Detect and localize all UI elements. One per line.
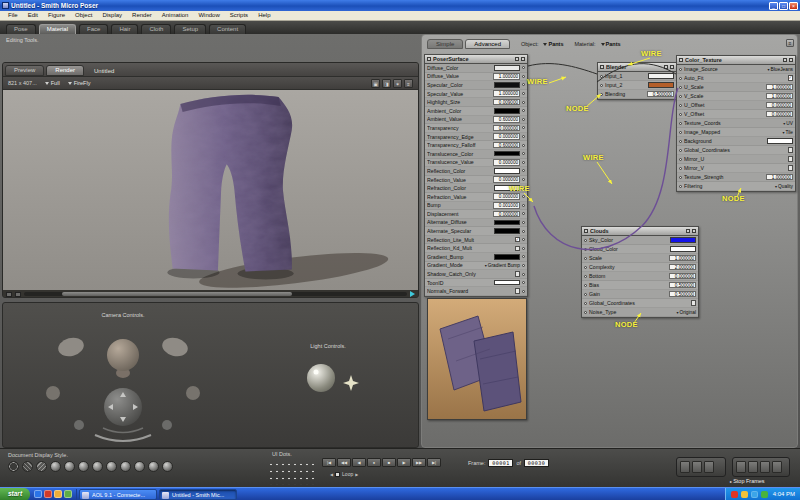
menu-item[interactable]: Window bbox=[193, 11, 224, 20]
surface-property-row[interactable]: Refraction_Value 0.000000 0.000000 bbox=[425, 193, 527, 202]
transport-button[interactable]: ■ bbox=[382, 458, 396, 467]
surface-property-row[interactable]: Reflection_Kd_Mult bbox=[425, 244, 527, 253]
checkbox[interactable] bbox=[788, 147, 794, 153]
plug-icon[interactable] bbox=[584, 266, 587, 269]
plug-icon[interactable] bbox=[522, 281, 525, 284]
plug-icon[interactable] bbox=[522, 247, 525, 250]
surface-property-row[interactable]: Specular_Value 1.000000 1.000000 bbox=[425, 90, 527, 99]
dropdown-value[interactable]: Tile bbox=[782, 130, 793, 135]
plug-icon[interactable] bbox=[522, 118, 525, 121]
checkbox[interactable] bbox=[691, 300, 697, 306]
node-property-row[interactable]: Auto_Fit bbox=[677, 74, 795, 83]
checkbox[interactable] bbox=[788, 165, 794, 171]
menu-item[interactable]: Figure bbox=[43, 11, 70, 20]
surface-property-row[interactable]: Diffuse_Value 1.000000 1.000000 bbox=[425, 73, 527, 82]
plug-icon[interactable] bbox=[679, 104, 682, 107]
dropdown-value[interactable]: Quality bbox=[775, 184, 793, 189]
ui-dots-grid[interactable] bbox=[266, 459, 318, 485]
poser-surface-header[interactable]: PoserSurface bbox=[425, 55, 527, 64]
value-field[interactable]: 1.000000 bbox=[766, 174, 793, 181]
checkbox[interactable] bbox=[515, 288, 521, 294]
room-tab[interactable]: Face bbox=[79, 24, 108, 34]
node-collapse-icon[interactable] bbox=[664, 65, 668, 69]
node-property-row[interactable]: Complexity 2.000000 2.000000 bbox=[582, 263, 698, 272]
plug-icon[interactable] bbox=[679, 122, 682, 125]
node-property-row[interactable]: Global_Coordinates bbox=[677, 146, 795, 155]
node-collapse-icon[interactable] bbox=[783, 58, 787, 62]
minimize-button[interactable] bbox=[769, 2, 778, 10]
plug-icon[interactable] bbox=[584, 239, 587, 242]
plug-icon[interactable] bbox=[522, 255, 525, 258]
surface-property-row[interactable]: Transparency_Edge 0.000000 0.000000 bbox=[425, 133, 527, 142]
surface-property-row[interactable]: Reflection_Color bbox=[425, 167, 527, 176]
plug-icon[interactable] bbox=[679, 140, 682, 143]
quick-launch-icon[interactable] bbox=[44, 490, 52, 498]
menu-item[interactable]: File bbox=[3, 11, 23, 20]
zoom-dropdown[interactable]: Full bbox=[45, 80, 60, 86]
plug-icon[interactable] bbox=[522, 109, 525, 112]
plug-icon[interactable] bbox=[522, 126, 525, 129]
node-property-row[interactable]: U_Scale 1.000000 1.000000 bbox=[677, 83, 795, 92]
plug-icon[interactable] bbox=[522, 204, 525, 207]
plug-icon[interactable] bbox=[679, 95, 682, 98]
node-preview-icon[interactable] bbox=[584, 229, 588, 233]
node-property-row[interactable]: Background bbox=[677, 137, 795, 146]
scrollbar-track[interactable] bbox=[24, 292, 407, 296]
tray-icon[interactable] bbox=[741, 491, 748, 498]
value-field[interactable]: 0.000000 bbox=[493, 193, 520, 200]
color-swatch[interactable] bbox=[494, 151, 520, 157]
page-icon[interactable] bbox=[15, 292, 21, 297]
value-field[interactable]: 1.000000 bbox=[493, 90, 520, 97]
color-swatch[interactable] bbox=[494, 82, 520, 88]
object-dropdown[interactable]: Pants bbox=[543, 41, 563, 47]
texture-preview[interactable] bbox=[427, 298, 527, 420]
plug-icon[interactable] bbox=[679, 113, 682, 116]
value-field[interactable]: 0.000000 bbox=[493, 133, 520, 140]
menu-item[interactable]: Display bbox=[97, 11, 127, 20]
surface-property-row[interactable]: Ambient_Color bbox=[425, 107, 527, 116]
value-field[interactable]: 0.009000 bbox=[493, 99, 520, 106]
node-close-icon[interactable] bbox=[692, 229, 696, 233]
color-swatch[interactable] bbox=[494, 168, 520, 174]
plug-icon[interactable] bbox=[522, 273, 525, 276]
plug-icon[interactable] bbox=[679, 77, 682, 80]
plug-icon[interactable] bbox=[522, 221, 525, 224]
plug-icon[interactable] bbox=[522, 75, 525, 78]
loop-right-icon[interactable]: ▶ bbox=[355, 472, 358, 477]
node-property-row[interactable]: Scale 1.000000 1.000000 bbox=[582, 254, 698, 263]
surface-property-row[interactable]: Reflection_Value 0.000000 0.000000 bbox=[425, 176, 527, 185]
node-preview-icon[interactable] bbox=[600, 65, 604, 69]
node-header[interactable]: Color_Texture bbox=[677, 56, 795, 65]
plug-icon[interactable] bbox=[522, 178, 525, 181]
display-style-icon[interactable] bbox=[148, 461, 159, 472]
surface-property-row[interactable]: Displacement 0.000000 0.000000 bbox=[425, 210, 527, 219]
node-property-row[interactable]: V_Scale 1.000000 1.000000 bbox=[677, 92, 795, 101]
plug-icon[interactable] bbox=[522, 264, 525, 267]
plug-icon[interactable] bbox=[522, 152, 525, 155]
tray-icon[interactable] bbox=[761, 491, 768, 498]
node-property-row[interactable]: Texture_Strength 1.000000 1.000000 bbox=[677, 173, 795, 182]
surface-property-row[interactable]: Bump 0.001000 0.001000 bbox=[425, 202, 527, 211]
dropdown-value[interactable]: Gradient Bump bbox=[485, 263, 520, 268]
shader-node[interactable]: Clouds Sky_Color bbox=[581, 226, 699, 318]
surface-property-row[interactable]: Alternate_Specular bbox=[425, 227, 527, 236]
surface-property-row[interactable]: Specular_Color bbox=[425, 81, 527, 90]
plug-icon[interactable] bbox=[584, 257, 587, 260]
node-editor-menu-icon[interactable]: ≡ bbox=[786, 39, 794, 47]
plug-icon[interactable] bbox=[522, 161, 525, 164]
bottom-tool-button[interactable] bbox=[736, 461, 746, 473]
display-style-icon[interactable] bbox=[78, 461, 89, 472]
compare-render-icon[interactable]: ◨ bbox=[382, 79, 391, 88]
plug-icon[interactable] bbox=[584, 275, 587, 278]
tray-icon[interactable] bbox=[731, 491, 738, 498]
plug-icon[interactable] bbox=[600, 93, 603, 96]
node-preview-icon[interactable] bbox=[679, 58, 683, 62]
transport-button[interactable]: ● bbox=[367, 458, 381, 467]
value-field[interactable]: 0.000000 bbox=[766, 111, 793, 118]
bottom-tool-button[interactable] bbox=[772, 461, 782, 473]
color-swatch[interactable] bbox=[670, 246, 696, 252]
value-field[interactable]: 0.600000 bbox=[493, 116, 520, 123]
node-preview-icon[interactable] bbox=[427, 57, 431, 61]
menu-item[interactable]: Render bbox=[127, 11, 157, 20]
plug-icon[interactable] bbox=[522, 230, 525, 233]
